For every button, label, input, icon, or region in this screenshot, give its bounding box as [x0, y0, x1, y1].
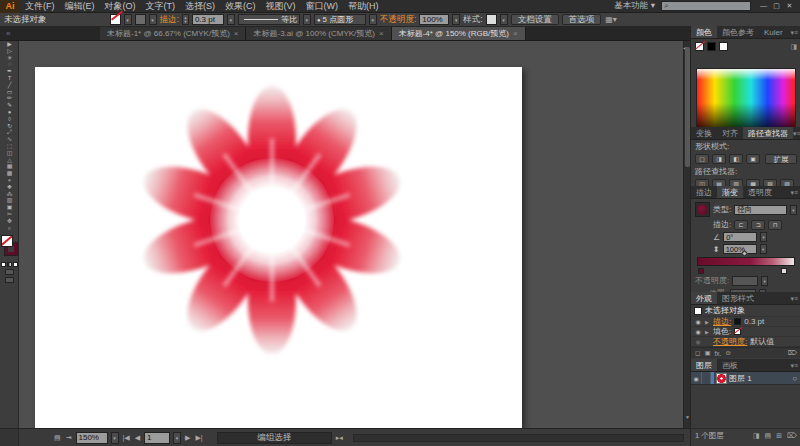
layers-footer-icon-1[interactable]: ◨	[753, 432, 760, 440]
opacity-dropdown-icon[interactable]: ▾	[452, 14, 460, 25]
width-profile-dropdown-icon[interactable]: ▾	[303, 14, 311, 25]
rotate-tool[interactable]: ↻	[0, 123, 19, 130]
document-tab-1[interactable]: 未标题-1* @ 66.67% (CMYK/预览)×	[100, 27, 246, 40]
workspace-switcher[interactable]: 基本功能 ▾	[614, 0, 655, 12]
panel-menu-icon[interactable]: ▾≡	[790, 359, 800, 371]
draw-mode-icon[interactable]	[5, 269, 14, 275]
appearance-footer-icon-2[interactable]: ▣	[704, 349, 710, 357]
artboard[interactable]	[35, 67, 522, 428]
style-swatch[interactable]	[486, 14, 497, 25]
gradient-swatch[interactable]	[695, 202, 710, 217]
document-setup-button[interactable]: 文档设置	[511, 14, 559, 25]
visibility-eye-icon[interactable]: ◉	[694, 318, 702, 325]
fill-color-swatch[interactable]	[110, 14, 121, 25]
maximize-button[interactable]: ▢	[770, 1, 783, 11]
magic-wand-tool[interactable]: ✳	[0, 55, 19, 62]
expand-triangle-icon[interactable]: ▶	[705, 329, 710, 335]
stroke-width-stepper[interactable]: ▲▼	[182, 14, 189, 25]
search-input[interactable]: ⌕	[661, 1, 751, 11]
expand-triangle-icon[interactable]: ▶	[705, 319, 710, 325]
layer-target-icon[interactable]: ○	[792, 374, 800, 383]
stroke-gradient-within-icon[interactable]: ⊏	[734, 220, 748, 230]
appearance-footer-icon-1[interactable]: ◻	[695, 349, 700, 357]
stroke-gradient-across-icon[interactable]: ⊓	[768, 220, 782, 230]
slice-tool[interactable]: ✂	[0, 211, 19, 218]
pathfinder-tab-变换[interactable]: 变换	[691, 127, 717, 139]
blend-tool[interactable]: ❖	[0, 184, 19, 191]
gradient-type-select[interactable]: 径向	[734, 205, 787, 215]
gradient-tab-透明度[interactable]: 透明度	[743, 186, 777, 198]
width-tool[interactable]: ∿	[0, 136, 19, 143]
screen-mode-icon[interactable]	[5, 277, 14, 283]
paintbrush-tool[interactable]: ✏	[0, 95, 19, 102]
artboard-number-input[interactable]: 1	[144, 432, 170, 444]
gradient-tab-渐变[interactable]: 渐变	[717, 186, 743, 198]
width-profile-select[interactable]: 等比	[238, 14, 300, 25]
stroke-width-input[interactable]: 0.3 pt	[192, 14, 224, 25]
white-swatch[interactable]	[719, 42, 728, 51]
column-graph-tool[interactable]: ▥	[0, 197, 19, 204]
layer-visibility-icon[interactable]: ◉	[692, 375, 700, 382]
stroke-width-dropdown-icon[interactable]: ▾	[227, 14, 235, 25]
opacity-input[interactable]: 100%	[419, 14, 449, 25]
stroke-color-swatch[interactable]	[135, 14, 146, 25]
menu-item-6[interactable]: 视图(V)	[261, 1, 301, 11]
mesh-tool[interactable]: ▦	[0, 163, 19, 170]
menu-item-4[interactable]: 选择(S)	[180, 1, 220, 11]
brush-dropdown-icon[interactable]: ▾	[369, 14, 377, 25]
close-button[interactable]: ✕	[783, 1, 796, 11]
document-tab-2[interactable]: 未标题-3.ai @ 100% (CMYK/预览)×	[246, 27, 391, 40]
pencil-tool[interactable]: ✎	[0, 102, 19, 109]
fill-dropdown-icon[interactable]: ▾	[124, 14, 132, 25]
stop-opacity-input[interactable]	[732, 276, 758, 286]
flower-artwork[interactable]	[132, 80, 412, 360]
color-tab-颜色[interactable]: 颜色	[691, 26, 717, 38]
panel-menu-icon[interactable]: ▾≡	[790, 186, 800, 198]
tab-close-icon[interactable]: ×	[513, 29, 518, 38]
arrange-documents-icon[interactable]: ⇥	[65, 434, 73, 442]
layers-tab-图层[interactable]: 图层	[691, 359, 717, 371]
zoom-level-input[interactable]: 150%	[76, 432, 108, 444]
aspect-ratio-input[interactable]: 100%	[723, 244, 757, 254]
tab-close-icon[interactable]: ×	[234, 29, 239, 38]
panel-menu-icon[interactable]: ▾≡	[790, 292, 800, 304]
appearance-footer-icon-3[interactable]: fx.	[715, 350, 722, 357]
fill-color-chip[interactable]	[734, 328, 741, 335]
angle-input[interactable]: 0°	[723, 232, 757, 242]
layer-lock-cell[interactable]	[702, 372, 711, 384]
preferences-button[interactable]: 首选项	[562, 14, 602, 25]
canvas[interactable]	[19, 41, 683, 428]
visibility-eye-icon[interactable]: ◉	[694, 328, 702, 335]
previous-artboard-icon[interactable]: ◀	[134, 434, 141, 442]
stroke-gradient-along-icon[interactable]: ⊐	[751, 220, 765, 230]
layers-footer-icon-3[interactable]: ⊞	[776, 432, 782, 440]
layers-footer-icon-2[interactable]: ▤	[765, 432, 772, 440]
vertical-scrollbar[interactable]: ◂ ▼	[683, 41, 690, 428]
black-swatch[interactable]	[707, 42, 716, 51]
gradient-tab-描边[interactable]: 描边	[691, 186, 717, 198]
menu-item-8[interactable]: 帮助(H)	[343, 1, 384, 11]
line-segment-tool[interactable]: ╱	[0, 82, 19, 89]
last-artboard-icon[interactable]: ▶|	[194, 434, 203, 442]
expand-button[interactable]: 扩展	[765, 154, 797, 164]
stroke-dropdown-icon[interactable]: ▾	[149, 14, 157, 25]
scale-tool[interactable]: ⤢	[0, 129, 19, 136]
eraser-tool[interactable]: ◊	[0, 116, 19, 123]
symbol-sprayer-tool[interactable]: ⁂	[0, 191, 19, 198]
appearance-tab-外观[interactable]: 外观	[691, 292, 717, 304]
gradient-tool[interactable]: ▩	[0, 170, 19, 177]
stroke-color-chip[interactable]	[734, 318, 741, 325]
fill-swatch[interactable]	[1, 235, 13, 247]
eyedropper-tool[interactable]: ⌖	[0, 177, 19, 184]
horizontal-scrollbar[interactable]	[353, 434, 684, 442]
layers-footer-icon-4[interactable]: ⌦	[787, 432, 797, 440]
pathfinder-tab-对齐[interactable]: 对齐	[717, 127, 743, 139]
menu-item-1[interactable]: 编辑(E)	[60, 1, 100, 11]
fill-stroke-mini-icon[interactable]: ◨	[790, 43, 797, 51]
shape-mode-button-3[interactable]: ◧	[729, 154, 743, 164]
perspective-grid-tool[interactable]: △	[0, 157, 19, 164]
hand-tool[interactable]: ✥	[0, 218, 19, 225]
gradient-slider[interactable]	[697, 257, 795, 266]
blob-brush-tool[interactable]: ●	[0, 109, 19, 116]
angle-dropdown-icon[interactable]: ▾	[760, 232, 767, 242]
